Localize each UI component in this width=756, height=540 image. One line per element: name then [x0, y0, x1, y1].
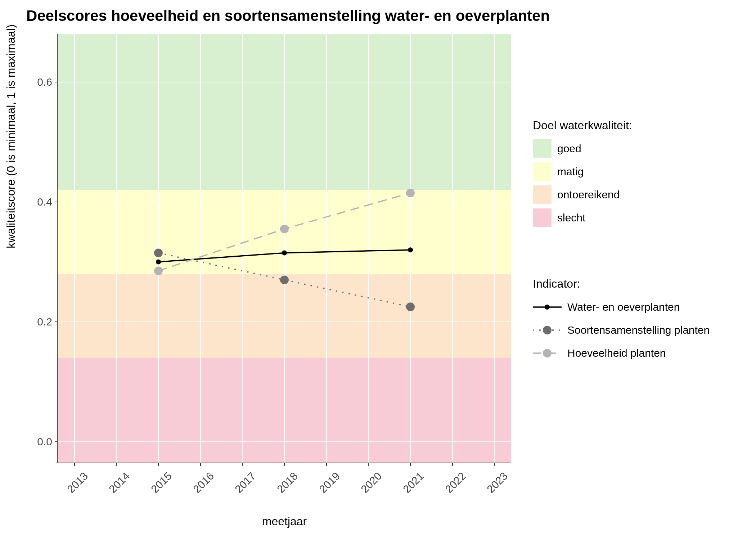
legend-label: goed	[557, 143, 581, 155]
legend-quality-item: slecht	[533, 208, 632, 227]
plot-area	[58, 34, 511, 463]
legend-swatch	[533, 208, 552, 227]
y-axis-label: kwaliteitscore (0 is minimaal, 1 is maxi…	[4, 24, 18, 248]
y-tick-mark	[55, 82, 58, 82]
legend-indicator-title: Indicator:	[533, 277, 710, 291]
svg-point-5	[543, 349, 552, 357]
x-tick-label: 2013	[59, 470, 90, 501]
legend-swatch	[533, 139, 552, 158]
series-point	[408, 247, 413, 252]
x-tick-label: 2018	[269, 470, 300, 501]
x-tick-label: 2015	[143, 470, 174, 501]
legend-label: ontoereikend	[557, 189, 620, 201]
x-axis-label: meetjaar	[58, 515, 511, 528]
x-tick-label: 2022	[437, 470, 468, 501]
x-tick-label: 2014	[101, 470, 132, 501]
legend-label: slecht	[557, 212, 585, 224]
legend-indicator-swatch	[533, 346, 562, 360]
svg-point-3	[543, 326, 552, 334]
series-point	[154, 248, 163, 257]
x-tick-mark	[494, 463, 495, 466]
x-tick-mark	[116, 463, 117, 466]
x-tick-mark	[200, 463, 201, 466]
y-tick-label: 0.2	[31, 316, 52, 328]
x-tick-mark	[158, 463, 159, 466]
legend-quality-item: goed	[533, 139, 632, 158]
x-tick-label: 2019	[311, 470, 342, 501]
legend-label: Hoeveelheid planten	[567, 347, 666, 359]
x-tick-mark	[284, 463, 285, 466]
y-tick-mark	[55, 441, 58, 442]
series-point	[280, 225, 289, 233]
legend-quality-item: ontoereikend	[533, 185, 632, 204]
x-tick-label: 2021	[395, 470, 426, 501]
series-point	[156, 259, 161, 264]
legend-indicator-swatch	[533, 300, 562, 314]
svg-point-1	[545, 305, 550, 310]
legend-quality: Doel waterkwaliteit: goedmatigontoereike…	[533, 119, 632, 231]
legend-swatch	[533, 185, 552, 204]
series-lines	[58, 34, 511, 463]
y-tick-mark	[55, 321, 58, 322]
x-tick-mark	[368, 463, 369, 466]
x-tick-label: 2016	[185, 470, 216, 501]
legend-label: Water- en oeverplanten	[567, 301, 680, 313]
x-tick-label: 2020	[353, 470, 384, 501]
x-tick-mark	[410, 463, 411, 466]
legend-quality-title: Doel waterkwaliteit:	[533, 119, 632, 132]
legend-label: Soortensamenstelling planten	[567, 324, 710, 336]
x-tick-mark	[452, 463, 453, 466]
x-tick-label: 2023	[479, 470, 510, 501]
legend-indicator: Indicator: Water- en oeverplantenSoorten…	[533, 277, 710, 367]
chart-container: Deelscores hoeveelheid en soortensamenst…	[0, 0, 756, 540]
series-point	[282, 250, 287, 255]
legend-label: matig	[557, 166, 584, 178]
y-axis-line	[57, 34, 58, 463]
y-tick-label: 0.4	[31, 196, 52, 208]
y-tick-mark	[55, 202, 58, 202]
x-tick-mark	[242, 463, 243, 466]
x-tick-mark	[74, 463, 75, 466]
x-tick-label: 2017	[227, 470, 258, 501]
y-tick-label: 0.0	[31, 436, 52, 448]
series-point	[406, 189, 415, 197]
legend-swatch	[533, 162, 552, 181]
x-tick-mark	[326, 463, 327, 466]
y-tick-label: 0.6	[31, 76, 52, 88]
legend-indicator-item: Soortensamenstelling planten	[533, 321, 710, 339]
legend-indicator-item: Hoeveelheid planten	[533, 344, 710, 363]
legend-quality-item: matig	[533, 162, 632, 181]
chart-title: Deelscores hoeveelheid en soortensamenst…	[0, 7, 576, 24]
series-point	[280, 275, 289, 284]
legend-indicator-swatch	[533, 323, 562, 337]
legend-indicator-item: Water- en oeverplanten	[533, 298, 710, 316]
series-point	[154, 266, 163, 275]
series-point	[406, 302, 415, 311]
